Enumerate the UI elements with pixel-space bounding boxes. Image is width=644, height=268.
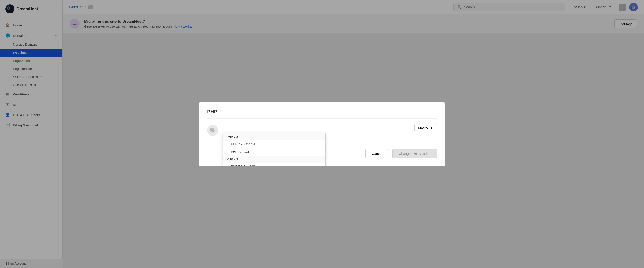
php72-cgi-item[interactable]: PHP 7.2 CGI bbox=[223, 148, 325, 156]
php-dropdown[interactable]: PHP 7.2 PHP 7.2 FastCGI PHP 7.2 CGI PHP … bbox=[223, 133, 326, 167]
modal-overlay[interactable]: PHP 🐘 PHP 7.2 PHP 7.2 FastCGI PHP 7.2 CG… bbox=[0, 0, 644, 268]
php-modal: PHP 🐘 PHP 7.2 PHP 7.2 FastCGI PHP 7.2 CG… bbox=[199, 102, 445, 167]
change-php-button[interactable]: Change PHP Version bbox=[392, 149, 437, 159]
php73-group-header: PHP 7.3 bbox=[223, 156, 325, 163]
php72-fastcgi-label: PHP 7.2 FastCGI bbox=[231, 142, 255, 146]
modify-label: Modify bbox=[418, 126, 428, 130]
php73-fastcgi-label: PHP 7.3 FastCGI bbox=[231, 165, 255, 167]
elephant-emoji: 🐘 bbox=[210, 127, 216, 133]
php-elephant-icon: 🐘 bbox=[207, 125, 218, 136]
modify-chevron-icon: ▲ bbox=[430, 126, 433, 130]
modal-body: 🐘 PHP 7.2 PHP 7.2 FastCGI PHP 7.2 CGI PH… bbox=[207, 124, 437, 136]
cancel-button[interactable]: Cancel bbox=[366, 149, 389, 159]
php72-fastcgi-item[interactable]: PHP 7.2 FastCGI bbox=[223, 140, 325, 148]
php73-fastcgi-item[interactable]: PHP 7.3 FastCGI bbox=[223, 163, 325, 167]
modify-button[interactable]: Modify ▲ bbox=[414, 124, 437, 132]
php72-cgi-label: PHP 7.2 CGI bbox=[231, 150, 249, 154]
php72-group-header: PHP 7.2 bbox=[223, 133, 325, 140]
modal-title: PHP bbox=[207, 109, 437, 118]
